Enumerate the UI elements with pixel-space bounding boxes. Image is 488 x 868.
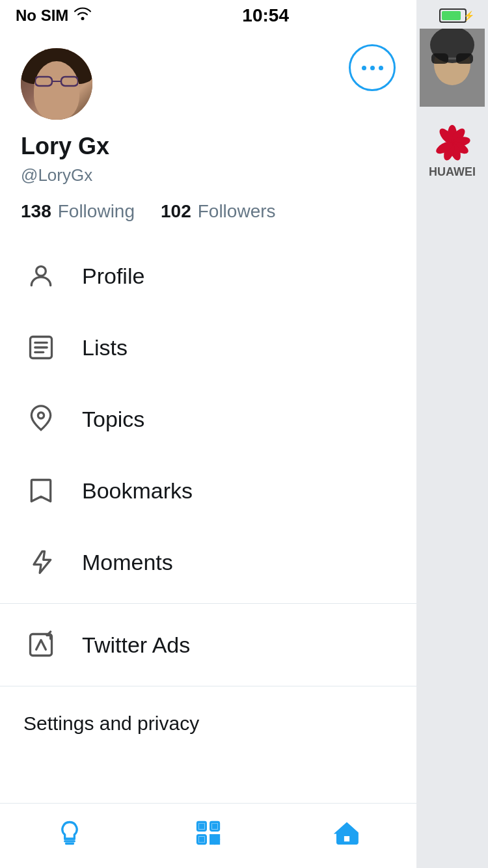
lightbulb-tab[interactable] [44, 813, 96, 852]
more-dots [362, 66, 383, 70]
nav-item-topics[interactable]: Topics [0, 383, 416, 455]
moments-icon [23, 545, 59, 580]
status-right: ⚡ [439, 8, 472, 23]
settings-section: Settings and privacy [0, 692, 416, 748]
side-drawer: Lory Gx @LoryGx 138 Following 102 Follow… [0, 29, 416, 868]
svg-rect-33 [211, 835, 215, 839]
user-handle: @LoryGx [21, 165, 396, 185]
status-left: No SIM [16, 7, 92, 25]
topics-icon [23, 401, 59, 437]
svg-rect-37 [344, 835, 351, 842]
divider-2 [0, 686, 416, 686]
battery-indicator: ⚡ [439, 8, 472, 23]
followers-count: 102 [161, 201, 191, 222]
lists-label: Lists [82, 335, 128, 360]
more-options-button[interactable] [349, 44, 396, 91]
svg-point-22 [38, 413, 44, 418]
settings-label[interactable]: Settings and privacy [23, 712, 199, 734]
wifi-icon [74, 7, 92, 25]
user-avatar [21, 48, 92, 120]
drawer-header: Lory Gx @LoryGx 138 Following 102 Follow… [0, 29, 416, 240]
nav-item-bookmarks[interactable]: Bookmarks [0, 455, 416, 526]
status-time: 10:54 [242, 5, 289, 26]
followers-stat[interactable]: 102 Followers [161, 201, 276, 222]
right-panel-avatar [420, 29, 485, 107]
svg-rect-3 [431, 53, 448, 64]
svg-rect-34 [215, 835, 219, 839]
nav-item-twitter-ads[interactable]: Twitter Ads [0, 609, 416, 681]
home-tab[interactable] [321, 813, 373, 852]
svg-rect-30 [213, 824, 217, 828]
nav-list: Profile Lists Topics [0, 240, 416, 868]
svg-rect-4 [456, 53, 473, 64]
moments-label: Moments [82, 550, 173, 575]
profile-icon [23, 258, 59, 293]
svg-rect-35 [211, 840, 215, 844]
svg-point-17 [36, 266, 46, 276]
twitter-ads-label: Twitter Ads [82, 632, 190, 658]
right-panel: HUAWEI [416, 0, 488, 868]
following-stat[interactable]: 138 Following [21, 201, 135, 222]
stats-row: 138 Following 102 Followers [21, 201, 396, 222]
nav-item-moments[interactable]: Moments [0, 526, 416, 598]
svg-rect-23 [31, 634, 52, 656]
divider-1 [0, 603, 416, 604]
bookmarks-label: Bookmarks [82, 478, 193, 504]
topics-label: Topics [82, 407, 144, 432]
qr-code-tab[interactable] [182, 813, 234, 852]
bottom-tab-bar [0, 803, 416, 868]
battery-bolt-icon: ⚡ [463, 10, 474, 21]
user-name: Lory Gx [21, 133, 396, 160]
svg-rect-14 [35, 77, 52, 86]
svg-rect-29 [200, 824, 204, 828]
svg-rect-15 [61, 77, 78, 86]
following-label: Following [58, 201, 135, 222]
carrier-label: No SIM [16, 7, 68, 25]
bookmarks-icon [23, 473, 59, 508]
following-count: 138 [21, 201, 51, 222]
lists-icon [23, 330, 59, 365]
svg-rect-36 [215, 840, 219, 844]
nav-item-profile[interactable]: Profile [0, 240, 416, 312]
profile-label: Profile [82, 264, 144, 289]
followers-label: Followers [198, 201, 276, 222]
nav-item-lists[interactable]: Lists [0, 312, 416, 383]
right-panel-huawei: HUAWEI [420, 112, 485, 190]
status-bar: No SIM 10:54 ⚡ [0, 0, 488, 29]
svg-rect-31 [200, 837, 204, 841]
twitter-ads-icon [23, 627, 59, 662]
